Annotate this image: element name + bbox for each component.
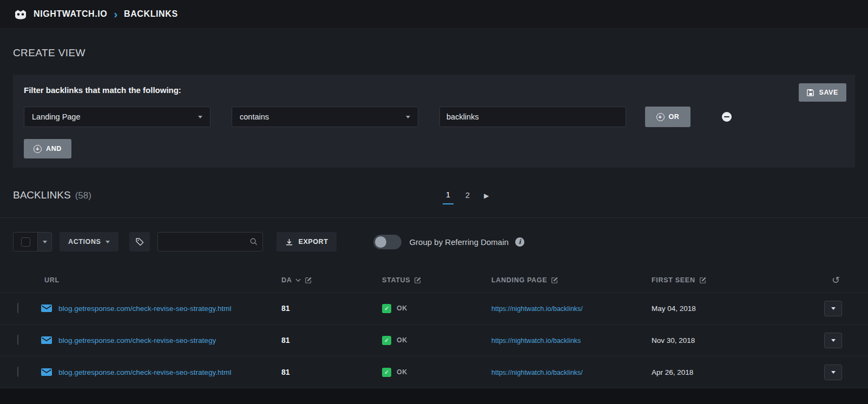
table-row: blog.getresponse.com/check-revise-seo-st… (0, 356, 868, 388)
search-icon (249, 237, 258, 246)
backlink-url-link[interactable]: blog.getresponse.com/check-revise-seo-st… (58, 368, 231, 376)
filter-field-select[interactable]: Landing Page (24, 107, 211, 127)
next-row-partial (0, 388, 868, 404)
save-button[interactable]: SAVE (799, 83, 846, 102)
filter-operator-value: contains (240, 112, 269, 121)
backlinks-title-text: BACKLINKS (13, 189, 71, 201)
status-text: OK (397, 304, 407, 312)
refresh-icon[interactable]: ↺ (832, 275, 840, 285)
table-header-row: URL DA STATUS LANDING PAGE FIRST SEEN (0, 268, 868, 293)
edit-column-icon[interactable] (305, 276, 312, 284)
first-seen-date: May 04, 2018 (652, 304, 696, 313)
chevron-down-icon (831, 339, 836, 342)
backlinks-header: BACKLINKS (58) 1 2 ▶ (13, 189, 855, 204)
export-button[interactable]: EXPORT (277, 232, 337, 251)
brand-name[interactable]: NIGHTWATCH.IO (34, 9, 107, 19)
section-divider (0, 217, 868, 218)
select-all-dropdown[interactable] (13, 232, 52, 251)
filter-operator-select[interactable]: contains (232, 107, 418, 127)
row-actions-dropdown[interactable] (824, 301, 842, 316)
save-icon (807, 89, 814, 96)
envelope-icon (41, 368, 52, 376)
plus-circle-icon: + (34, 145, 42, 153)
download-icon (285, 238, 293, 246)
row-actions-dropdown[interactable] (824, 333, 842, 348)
search-input[interactable] (157, 232, 263, 251)
column-header-status[interactable]: STATUS (382, 276, 491, 284)
column-header-first-seen-label: FIRST SEEN (652, 276, 695, 284)
da-value: 81 (281, 336, 290, 345)
breadcrumb-section: BACKLINKS (124, 9, 178, 19)
info-icon[interactable]: i (515, 237, 524, 247)
select-all-caret[interactable] (37, 233, 51, 251)
backlinks-table: URL DA STATUS LANDING PAGE FIRST SEEN (0, 268, 868, 388)
backlinks-count: (58) (75, 190, 91, 201)
edit-column-icon[interactable] (414, 276, 422, 284)
da-value: 81 (281, 304, 290, 313)
page-title: CREATE VIEW (13, 47, 868, 59)
status-check-icon: ✓ (382, 368, 391, 377)
or-button[interactable]: + OR (645, 107, 691, 127)
column-header-landing-page[interactable]: LANDING PAGE (491, 276, 652, 284)
envelope-icon (41, 304, 52, 312)
row-checkbox[interactable] (17, 335, 18, 345)
filter-value-input[interactable] (439, 107, 626, 127)
actions-button-label: ACTIONS (68, 238, 101, 246)
status-check-icon: ✓ (382, 336, 391, 345)
status-text: OK (397, 336, 407, 344)
group-by-domain-label: Group by Referring Domain (409, 237, 508, 247)
pagination-next-icon[interactable]: ▶ (482, 190, 491, 202)
column-header-url-label: URL (44, 276, 60, 284)
plus-circle-icon: + (656, 113, 665, 121)
chevron-down-icon (831, 371, 836, 374)
backlink-url-link[interactable]: blog.getresponse.com/check-revise-seo-st… (58, 304, 231, 313)
or-button-label: OR (669, 113, 680, 121)
column-header-first-seen[interactable]: FIRST SEEN (652, 276, 812, 284)
first-seen-date: Apr 26, 2018 (652, 368, 693, 376)
pagination-page-1[interactable]: 1 (443, 187, 453, 204)
column-header-landing-page-label: LANDING PAGE (491, 276, 547, 284)
tag-button[interactable] (129, 232, 150, 251)
chevron-down-icon (106, 241, 110, 243)
select-all-checkbox-wrap (14, 233, 37, 251)
pagination: 1 2 ▶ (443, 187, 491, 204)
row-checkbox[interactable] (17, 303, 18, 313)
envelope-icon (41, 336, 52, 344)
and-button-label: AND (46, 145, 62, 153)
sort-chevron-icon[interactable] (295, 279, 301, 282)
table-row: blog.getresponse.com/check-revise-seo-st… (0, 324, 868, 356)
landing-page-link[interactable]: https://nightwatch.io/backlinks/ (491, 305, 583, 313)
status-check-icon: ✓ (382, 304, 391, 313)
landing-page-link[interactable]: https://nightwatch.io/backlinks (491, 337, 581, 345)
backlinks-title: BACKLINKS (58) (13, 189, 855, 201)
group-by-domain-toggle[interactable] (373, 235, 402, 249)
save-button-label: SAVE (819, 89, 838, 96)
edit-column-icon[interactable] (699, 276, 707, 284)
row-actions-dropdown[interactable] (824, 365, 842, 380)
remove-condition-icon[interactable] (722, 112, 732, 122)
top-navbar: NIGHTWATCH.IO › BACKLINKS (0, 0, 868, 28)
export-button-label: EXPORT (298, 238, 328, 246)
row-checkbox[interactable] (17, 367, 18, 377)
da-value: 81 (281, 368, 290, 376)
filter-panel: Filter backlinks that match the followin… (13, 75, 855, 168)
nightwatch-logo-icon[interactable] (14, 9, 27, 19)
first-seen-date: Nov 30, 2018 (652, 336, 695, 345)
filter-field-value: Landing Page (32, 112, 81, 121)
edit-column-icon[interactable] (551, 276, 558, 284)
column-header-da[interactable]: DA (281, 276, 382, 284)
toggle-knob (375, 236, 386, 248)
column-header-da-label: DA (281, 276, 292, 284)
landing-page-link[interactable]: https://nightwatch.io/backlinks/ (491, 369, 583, 376)
actions-button[interactable]: ACTIONS (60, 232, 119, 251)
search-box (157, 232, 263, 251)
select-all-checkbox[interactable] (21, 237, 30, 247)
column-header-status-label: STATUS (382, 276, 410, 284)
column-header-url[interactable]: URL (41, 276, 281, 284)
and-button[interactable]: + AND (24, 139, 71, 158)
table-toolbar: ACTIONS EXPORT Group by Referring Domain… (13, 232, 855, 251)
pagination-page-2[interactable]: 2 (462, 188, 473, 204)
table-row: blog.getresponse.com/check-revise-seo-st… (0, 293, 868, 324)
backlink-url-link[interactable]: blog.getresponse.com/check-revise-seo-st… (58, 336, 216, 345)
chevron-down-icon (406, 116, 410, 118)
